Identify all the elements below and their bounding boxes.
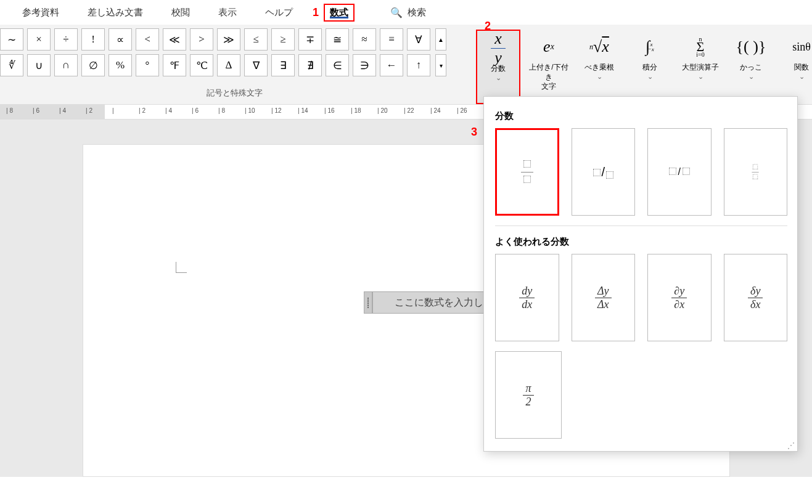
tab-equation[interactable]: 数式 bbox=[324, 4, 355, 22]
symbol[interactable]: ≥ bbox=[271, 28, 295, 51]
chevron-down-icon: ⌄ bbox=[698, 73, 703, 81]
symbols-group: ∼ × ÷ ! ∝ < ≪ > ≫ ≤ ≥ ∓ ≅ ≈ ≡ ∀ ▲ bbox=[0, 25, 469, 104]
symbol[interactable]: % bbox=[109, 54, 132, 76]
symbol[interactable]: ≪ bbox=[163, 28, 186, 51]
integral-label: 積分 bbox=[642, 63, 657, 73]
tab-help[interactable]: ヘルプ bbox=[263, 3, 295, 22]
symbol-row-2: ∜ ∪ ∩ ∅ % ° ℉ ℃ ∆ ∇ ∃ ∄ ∈ ∋ ← ↑ ▾ bbox=[0, 54, 469, 76]
largeop-label: 大型演算子 bbox=[682, 63, 719, 73]
symbol[interactable]: ∜ bbox=[0, 54, 23, 76]
ruler-tick: | bbox=[112, 107, 114, 114]
ruler-tick: | 18 bbox=[351, 107, 361, 114]
symbol[interactable]: ∀ bbox=[407, 28, 430, 51]
fraction-icon: xy bbox=[491, 33, 506, 63]
tab-references[interactable]: 参考資料 bbox=[20, 3, 62, 22]
struct-script[interactable]: ex 上付き/下付き 文字 ⌄ bbox=[527, 30, 571, 104]
search-icon: 🔍 bbox=[390, 7, 403, 18]
symbol[interactable]: ∈ bbox=[326, 54, 349, 76]
struct-integral[interactable]: ∫x−x 積分 ⌄ bbox=[628, 30, 672, 104]
symbol[interactable]: ∓ bbox=[298, 28, 322, 51]
fraction-delta-y-x[interactable]: δyδx bbox=[724, 254, 788, 341]
symbol[interactable]: ° bbox=[136, 54, 159, 76]
symbol[interactable]: × bbox=[27, 28, 51, 51]
symbol[interactable]: ∋ bbox=[353, 54, 376, 76]
tab-mailings[interactable]: 差し込み文書 bbox=[85, 3, 146, 22]
symbol[interactable]: ↑ bbox=[407, 54, 430, 76]
symbol[interactable]: ! bbox=[81, 28, 105, 51]
struct-fraction[interactable]: xy 分数 ⌄ bbox=[476, 30, 520, 104]
search[interactable]: 🔍 検索 bbox=[390, 7, 426, 18]
callout-3: 3 bbox=[471, 126, 477, 139]
symbol[interactable]: > bbox=[190, 28, 213, 51]
symbol[interactable]: ÷ bbox=[54, 28, 78, 51]
symbols-group-label: 記号と特殊文字 bbox=[0, 87, 469, 99]
symbol[interactable]: < bbox=[136, 28, 159, 51]
ruler-tick: | 2 bbox=[139, 107, 146, 114]
struct-radical[interactable]: n√x べき乗根 ⌄ bbox=[577, 30, 621, 104]
symbol[interactable]: ≤ bbox=[244, 28, 268, 51]
symbol[interactable]: ℉ bbox=[163, 54, 186, 76]
struct-function[interactable]: sinθ 関数 ⌄ bbox=[779, 30, 812, 104]
ruler-tick: | 20 bbox=[377, 107, 388, 114]
fraction-skewed[interactable]: / bbox=[572, 128, 635, 216]
ruler-tick: | 6 bbox=[192, 107, 199, 114]
function-label: 関数 bbox=[794, 63, 809, 73]
symbol[interactable]: ≡ bbox=[380, 28, 403, 51]
ruler-tick: | 4 bbox=[165, 107, 172, 114]
symbol[interactable]: ∃ bbox=[271, 54, 295, 76]
chevron-down-icon: ⌄ bbox=[748, 73, 754, 81]
symbol-more[interactable]: ▾ bbox=[435, 54, 446, 76]
ribbon-tabs: 参考資料 差し込み文書 校閲 表示 ヘルプ 1 数式 🔍 検索 bbox=[0, 0, 812, 25]
script-icon: ex bbox=[543, 32, 554, 62]
fraction-Dy-Dx[interactable]: ΔyΔx bbox=[572, 254, 636, 341]
ruler-tick: | 14 bbox=[298, 107, 308, 114]
symbol[interactable]: ≅ bbox=[326, 28, 349, 51]
equation-move-handle[interactable] bbox=[364, 291, 372, 314]
largeop-icon: nΣi=0 bbox=[696, 32, 704, 62]
fraction-stacked[interactable] bbox=[495, 128, 559, 216]
symbol[interactable]: ∩ bbox=[54, 54, 78, 76]
fraction-small[interactable] bbox=[724, 128, 787, 216]
ruler-tick: | 12 bbox=[271, 107, 282, 114]
tab-review[interactable]: 校閲 bbox=[169, 3, 192, 22]
symbol[interactable]: ∝ bbox=[109, 28, 132, 51]
structures-group: xy 分数 ⌄ ex 上付き/下付き 文字 ⌄ n√x べき乗根 ⌄ ∫x−x … bbox=[469, 25, 812, 104]
fraction-dy-dx[interactable]: dydx bbox=[495, 254, 559, 341]
symbol[interactable]: ∇ bbox=[244, 54, 268, 76]
tab-view[interactable]: 表示 bbox=[216, 3, 239, 22]
ruler-tick: | 22 bbox=[404, 107, 414, 114]
bracket-label: かっこ bbox=[740, 63, 762, 73]
symbol[interactable]: ∅ bbox=[81, 54, 105, 76]
symbol[interactable]: ℃ bbox=[190, 54, 213, 76]
chevron-down-icon: ⌄ bbox=[799, 73, 805, 81]
symbol[interactable]: ∪ bbox=[27, 54, 51, 76]
symbol-row-1: ∼ × ÷ ! ∝ < ≪ > ≫ ≤ ≥ ∓ ≅ ≈ ≡ ∀ ▲ bbox=[0, 28, 469, 51]
bracket-icon: {( )} bbox=[736, 32, 766, 62]
search-label: 検索 bbox=[408, 7, 426, 18]
dropdown-separator bbox=[495, 226, 787, 226]
symbol-scroll-up[interactable]: ▲ bbox=[435, 28, 446, 51]
symbol[interactable]: ≈ bbox=[353, 28, 376, 51]
chevron-down-icon: ⌄ bbox=[647, 73, 653, 81]
fraction-linear[interactable]: / bbox=[647, 128, 711, 216]
margin-mark bbox=[176, 262, 187, 273]
fraction-partial-y-x[interactable]: ∂y∂x bbox=[647, 254, 712, 341]
symbol[interactable]: ∄ bbox=[298, 54, 322, 76]
symbol[interactable]: ∼ bbox=[0, 28, 23, 51]
struct-largeop[interactable]: nΣi=0 大型演算子 ⌄ bbox=[678, 30, 723, 104]
ribbon: ∼ × ÷ ! ∝ < ≪ > ≫ ≤ ≥ ∓ ≅ ≈ ≡ ∀ ▲ bbox=[0, 25, 812, 105]
struct-bracket[interactable]: {( )} かっこ ⌄ bbox=[729, 30, 773, 104]
symbol[interactable]: ∆ bbox=[217, 54, 240, 76]
fraction-pi-2[interactable]: π2 bbox=[495, 351, 562, 439]
ruler-tick: | 2 bbox=[86, 107, 92, 114]
radical-label: べき乗根 bbox=[584, 63, 614, 73]
ruler-tick: | 16 bbox=[324, 107, 335, 114]
symbol[interactable]: ← bbox=[380, 54, 403, 76]
resize-grip-icon[interactable]: ⋰ bbox=[787, 441, 795, 450]
ruler-tick: | 26 bbox=[457, 107, 467, 114]
dd-section-common-title: よく使われる分数 bbox=[495, 236, 787, 248]
symbol[interactable]: ≫ bbox=[217, 28, 240, 51]
ruler-tick: | 6 bbox=[33, 107, 39, 114]
fraction-dropdown: 分数 / / よく使われる分数 dydx ΔyΔx ∂y∂x δyδx π bbox=[483, 96, 798, 452]
ruler-tick: | 8 bbox=[218, 107, 225, 114]
